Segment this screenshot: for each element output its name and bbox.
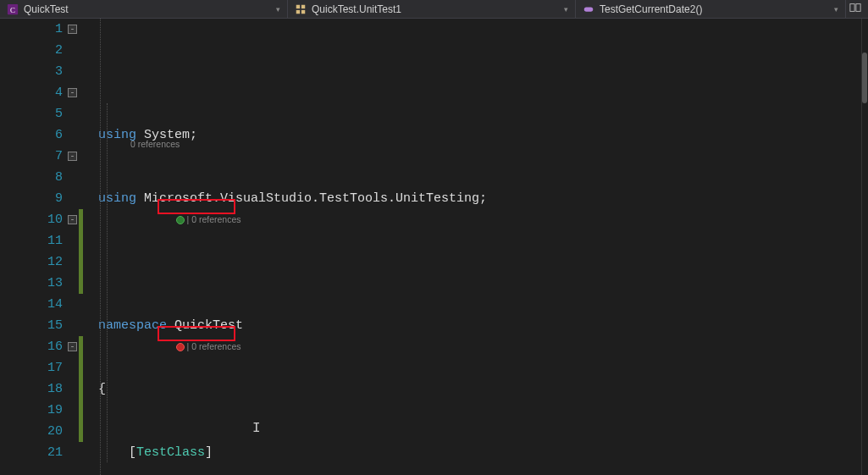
line-number: 5 xyxy=(0,103,63,124)
fold-toggle[interactable]: - xyxy=(68,25,77,34)
line-number: 17 xyxy=(0,357,63,378)
change-indicator xyxy=(79,209,83,294)
code-editor[interactable]: 1 2 3 4 5 6 7 8 9 10 11 12 13 14 15 16 1… xyxy=(0,19,868,475)
fold-toggle[interactable]: - xyxy=(68,152,77,161)
outline-margin: - - - - - xyxy=(78,19,91,475)
indent-guide xyxy=(100,19,101,475)
code-area[interactable]: using System; using Microsoft.VisualStud… xyxy=(91,19,861,475)
change-indicator xyxy=(79,336,83,442)
scrollbar-thumb[interactable] xyxy=(862,52,867,103)
chevron-down-icon: ▾ xyxy=(276,5,280,14)
codelens-method2[interactable]: | 0 references xyxy=(161,329,241,364)
line-number-gutter: 1 2 3 4 5 6 7 8 9 10 11 12 13 14 15 16 1… xyxy=(0,19,78,475)
line-number: 21 xyxy=(0,442,63,463)
indent-guide xyxy=(107,103,108,462)
codelens-class-refs[interactable]: 0 references xyxy=(130,138,180,150)
test-fail-icon xyxy=(176,343,185,351)
line-number: 15 xyxy=(0,315,63,336)
line-number: 4 xyxy=(0,82,63,103)
navigation-bar: C QuickTest ▾ QuickTest.UnitTest1 ▾ Test… xyxy=(0,0,868,19)
split-view-icon[interactable] xyxy=(849,2,865,17)
svg-rect-7 xyxy=(850,3,854,11)
csharp-project-icon: C xyxy=(7,3,19,15)
test-pass-icon xyxy=(176,216,185,224)
fold-toggle[interactable]: - xyxy=(68,88,77,97)
line-number: 3 xyxy=(0,61,63,82)
line-number: 9 xyxy=(0,188,63,209)
svg-rect-4 xyxy=(296,9,300,13)
code-line[interactable] xyxy=(91,251,861,273)
line-number: 11 xyxy=(0,230,63,251)
line-number: 14 xyxy=(0,294,63,315)
line-number: 1 xyxy=(0,19,63,40)
line-number: 7 xyxy=(0,146,63,167)
nav-project-dropdown[interactable]: C QuickTest ▾ xyxy=(0,0,288,18)
svg-rect-5 xyxy=(301,9,305,13)
vertical-scrollbar[interactable] xyxy=(861,19,868,475)
svg-rect-2 xyxy=(296,4,300,8)
line-number: 18 xyxy=(0,378,63,400)
line-number: 2 xyxy=(0,40,63,61)
line-number: 8 xyxy=(0,167,63,188)
line-number: 6 xyxy=(0,124,63,146)
code-line[interactable]: [TestClass] xyxy=(91,442,861,463)
nav-member-dropdown[interactable]: TestGetCurrentDate2() ▾ xyxy=(576,0,846,18)
method-icon xyxy=(583,3,594,15)
fold-toggle[interactable]: - xyxy=(68,342,77,351)
line-number: 12 xyxy=(0,251,63,273)
class-icon xyxy=(295,3,307,15)
code-line[interactable]: { xyxy=(91,378,861,400)
line-number: 13 xyxy=(0,273,63,294)
line-number: 16 xyxy=(0,336,63,357)
line-number: 10 xyxy=(0,209,63,230)
codelens-method1[interactable]: | 0 references xyxy=(161,202,241,237)
chevron-down-icon: ▾ xyxy=(564,5,568,14)
line-number: 20 xyxy=(0,421,63,442)
svg-rect-6 xyxy=(584,7,594,11)
nav-member-label: TestGetCurrentDate2() xyxy=(600,3,702,15)
line-number: 19 xyxy=(0,400,63,421)
svg-rect-3 xyxy=(301,4,305,8)
nav-class-dropdown[interactable]: QuickTest.UnitTest1 ▾ xyxy=(288,0,576,18)
nav-class-label: QuickTest.UnitTest1 xyxy=(312,3,401,15)
text-cursor: I xyxy=(252,418,261,439)
svg-text:C: C xyxy=(10,5,15,14)
svg-rect-8 xyxy=(856,3,860,11)
code-line[interactable]: using System; xyxy=(91,124,861,146)
nav-project-label: QuickTest xyxy=(24,3,69,15)
fold-toggle[interactable]: - xyxy=(68,215,77,224)
chevron-down-icon: ▾ xyxy=(834,5,838,14)
